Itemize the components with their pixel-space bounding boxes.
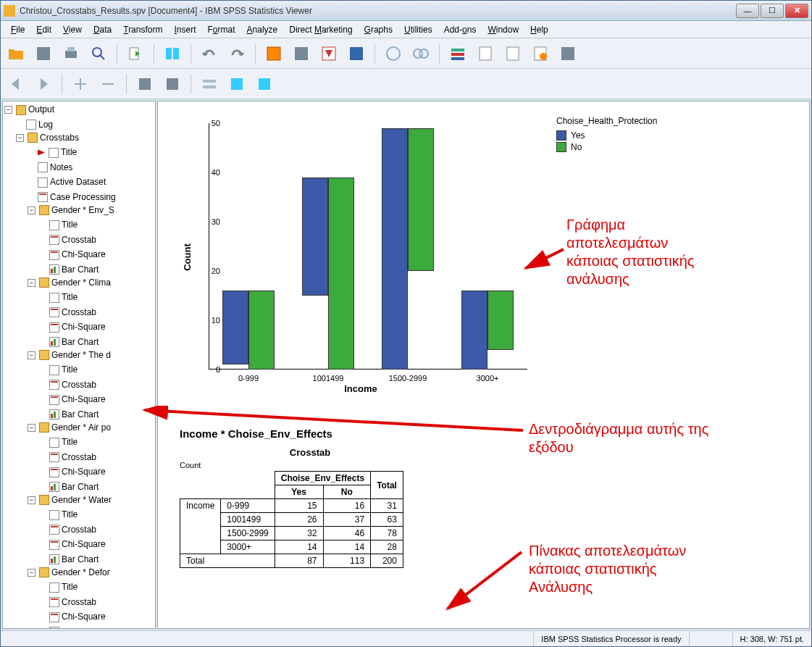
- designate-icon[interactable]: [530, 43, 551, 64]
- save-icon[interactable]: [33, 43, 54, 64]
- menu-help[interactable]: Help: [526, 23, 553, 36]
- swatch-yes: [556, 130, 566, 141]
- bar-yes-2: [382, 128, 408, 370]
- window-title: Christou_Crosstabs_Results.spv [Document…: [20, 6, 736, 16]
- tree-caseproc[interactable]: Case Processing: [28, 191, 116, 204]
- svg-point-12: [387, 47, 400, 60]
- new-output-icon[interactable]: [502, 43, 524, 64]
- tree-crosstabs[interactable]: −Crosstabs: [16, 132, 79, 144]
- swatch-no: [556, 142, 566, 152]
- menu-direct-marketing[interactable]: Direct Marketing: [285, 23, 356, 36]
- ytick: 0: [216, 365, 220, 374]
- syntax-icon[interactable]: [474, 43, 496, 64]
- status-dims: H: 308, W: 751 pt.: [732, 631, 811, 646]
- tree-notes[interactable]: Notes: [28, 162, 72, 174]
- print-icon[interactable]: [60, 43, 82, 64]
- legend-yes: Yes: [571, 130, 585, 141]
- svg-rect-22: [561, 47, 574, 60]
- promote-icon[interactable]: [134, 73, 156, 95]
- xlabel: 0-999: [217, 374, 280, 383]
- select-cases-icon[interactable]: [346, 43, 367, 64]
- legend: Choise_Health_Protection Yes No: [556, 116, 657, 154]
- tree-group-3[interactable]: −Gender * Air po: [28, 422, 111, 434]
- count-label: Count: [180, 461, 809, 469]
- svg-rect-24: [167, 78, 178, 90]
- menu-data[interactable]: Data: [89, 23, 116, 36]
- svg-rect-18: [480, 47, 491, 60]
- menu-utilities[interactable]: Utilities: [400, 23, 437, 36]
- svg-rect-27: [231, 78, 243, 90]
- menu-insert[interactable]: Insert: [169, 23, 200, 36]
- outline-scroll[interactable]: −Output Log −Crosstabs Title Notes Activ…: [3, 101, 155, 628]
- forward-icon[interactable]: [33, 73, 54, 95]
- svg-rect-16: [451, 53, 464, 56]
- goto-var-icon[interactable]: [290, 43, 312, 64]
- dialog-recall-icon[interactable]: [162, 43, 183, 64]
- variables-icon[interactable]: [318, 43, 340, 64]
- legend-no: No: [571, 142, 582, 152]
- svg-rect-11: [350, 47, 363, 60]
- expand-icon[interactable]: [70, 73, 91, 95]
- svg-rect-23: [139, 78, 151, 90]
- tree-log[interactable]: Log: [16, 119, 53, 131]
- close-button[interactable]: ✕: [785, 4, 808, 18]
- insert-text-icon[interactable]: [254, 73, 275, 95]
- svg-line-4: [100, 55, 104, 59]
- xlabel: 1001499: [296, 374, 360, 383]
- svg-point-14: [419, 49, 428, 58]
- tree-active[interactable]: Active Dataset: [28, 176, 106, 188]
- open-icon[interactable]: [5, 43, 27, 64]
- menu-transform[interactable]: Transform: [119, 23, 167, 36]
- svg-rect-15: [451, 49, 464, 51]
- bar-yes-3: [461, 291, 487, 370]
- ytick: 50: [212, 119, 220, 128]
- app-icon: [4, 5, 15, 17]
- section-title: Income * Choise_Env_Effects: [180, 427, 809, 440]
- y-axis-label: Count: [182, 243, 193, 271]
- menu-view[interactable]: View: [59, 23, 86, 36]
- svg-rect-7: [173, 48, 179, 59]
- export-icon[interactable]: [125, 43, 146, 64]
- demote-icon[interactable]: [162, 73, 183, 95]
- insert-heading-icon[interactable]: [226, 73, 248, 95]
- tree-output[interactable]: −Output: [4, 104, 54, 116]
- crosstab-table: Choise_Env_EffectsTotal YesNoIncome0-999…: [180, 471, 403, 568]
- tree-group-2[interactable]: −Gender * The d: [28, 349, 111, 362]
- bar-no-0: [248, 291, 275, 370]
- xlabel: 3000+: [456, 374, 519, 383]
- tree-group-0[interactable]: −Gender * Env_S: [28, 204, 114, 217]
- svg-rect-8: [267, 47, 280, 60]
- goto-case-icon[interactable]: [263, 43, 285, 64]
- minimize-button[interactable]: —: [736, 4, 759, 18]
- menu-analyze[interactable]: Analyze: [243, 23, 282, 36]
- tree-title[interactable]: Title: [28, 146, 77, 159]
- maximize-button[interactable]: ☐: [761, 4, 784, 18]
- menubar: File Edit View Data Transform Insert For…: [1, 21, 811, 38]
- show-hide-icon[interactable]: [198, 73, 220, 95]
- crosstab-block[interactable]: Crosstab Count Choise_Env_EffectsTotal Y…: [180, 447, 809, 568]
- redo-icon[interactable]: [226, 43, 248, 64]
- xlabel: 1500-2999: [376, 374, 440, 383]
- undo-icon[interactable]: [198, 43, 220, 64]
- collapse-icon[interactable]: [97, 73, 119, 95]
- split-icon[interactable]: [447, 43, 469, 64]
- preview-icon[interactable]: [88, 43, 109, 64]
- titlebar: Christou_Crosstabs_Results.spv [Document…: [1, 1, 811, 21]
- weight-icon[interactable]: [410, 43, 432, 64]
- status-ready: IBM SPSS Statistics Processor is ready: [533, 631, 688, 646]
- spss-icon[interactable]: [557, 43, 579, 64]
- back-icon[interactable]: [5, 73, 27, 95]
- tree-group-5[interactable]: −Gender * Defor: [28, 567, 110, 579]
- tree-group-4[interactable]: −Gender * Water: [28, 494, 112, 506]
- menu-graphs[interactable]: Graphs: [360, 23, 397, 36]
- tree-group-1[interactable]: −Gender * Clima: [28, 277, 111, 289]
- bar-no-3: [487, 291, 514, 350]
- bar-chart[interactable]: Count 0-99910014991500-29993000+ Income …: [158, 101, 809, 413]
- menu-window[interactable]: Window: [483, 23, 523, 36]
- menu-format[interactable]: Format: [204, 23, 240, 36]
- run-icon[interactable]: [382, 43, 404, 64]
- menu-addons[interactable]: Add-ons: [440, 23, 481, 36]
- menu-file[interactable]: File: [7, 23, 29, 36]
- content-pane[interactable]: Count 0-99910014991500-29993000+ Income …: [157, 101, 810, 629]
- menu-edit[interactable]: Edit: [32, 23, 56, 36]
